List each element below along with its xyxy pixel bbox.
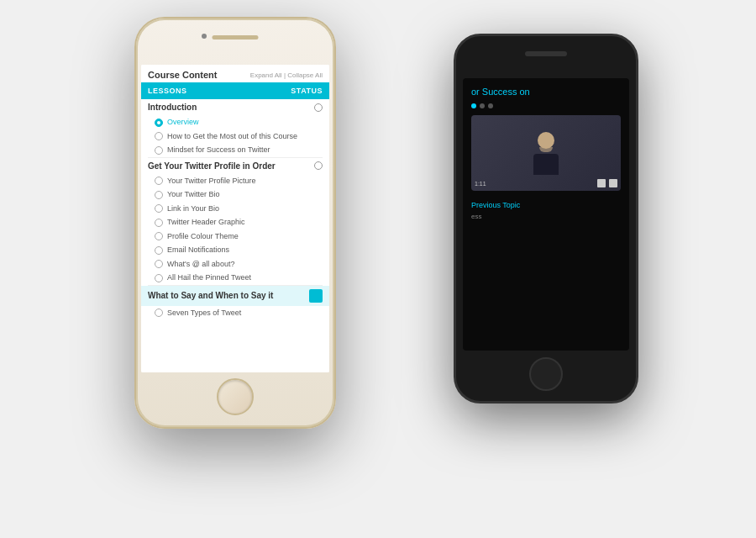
dot-3 [488, 103, 493, 108]
lesson-pinned-text: All Hail the Pinned Tweet [167, 273, 251, 282]
expand-collapse[interactable]: Expand All | Collapse All [250, 71, 323, 79]
lesson-bio[interactable]: Your Twitter Bio [141, 187, 329, 202]
lesson-email-text: Email Notifications [167, 245, 229, 254]
dots-container [471, 103, 621, 108]
lesson-at-sign-text: What's @ all about? [167, 260, 234, 268]
lesson-link-bio-text: Link in Your Bio [167, 204, 219, 213]
lesson-colour[interactable]: Profile Colour Theme [141, 229, 329, 244]
section-what-to-say: What to Say and When to Say it [141, 286, 329, 306]
lesson-how-to-text: How to Get the Most out of this Course [167, 132, 297, 140]
lesson-overview[interactable]: Overview [141, 115, 329, 129]
lesson-mindset[interactable]: Mindset for Success on Twitter [141, 143, 329, 157]
status-circle-profile [314, 161, 323, 170]
circle-empty-icon-1 [155, 132, 163, 140]
lessons-header: LESSONS STATUS [141, 82, 329, 99]
video-time: 1:11 [475, 181, 486, 187]
lesson-seven-types[interactable]: Seven Types of Tweet [141, 306, 329, 320]
status-circle-intro [314, 103, 323, 112]
circle-empty-icon-8 [155, 246, 163, 255]
video-icon-1 [597, 179, 606, 187]
back-screen-content: or Success on 1:11 [463, 78, 629, 351]
lesson-email[interactable]: Email Notifications [141, 243, 329, 257]
circle-empty-icon-6 [155, 219, 163, 227]
lesson-header-text: Twitter Header Graphic [167, 218, 245, 226]
circle-empty-icon-5 [155, 204, 163, 213]
lesson-overview-text: Overview [167, 118, 199, 126]
video-thumbnail[interactable]: 1:11 [471, 115, 621, 191]
dot-1 [471, 103, 476, 108]
course-content: Course Content Expand All | Collapse All… [141, 65, 329, 372]
lesson-at-sign[interactable]: What's @ all about? [141, 257, 329, 272]
back-phone-screen: or Success on 1:11 [463, 78, 629, 351]
lesson-mindset-text: Mindset for Success on Twitter [167, 145, 270, 154]
status-label: STATUS [291, 87, 323, 95]
phone-front: Course Content Expand All | Collapse All… [134, 17, 336, 429]
phone-back: or Success on 1:11 [454, 34, 638, 404]
section-title-what: What to Say and When to Say it [148, 291, 273, 300]
circle-empty-icon-11 [155, 309, 163, 317]
lessons-label: LESSONS [148, 87, 187, 95]
speaker-back [525, 51, 567, 56]
expand-label[interactable]: Expand All [250, 71, 282, 79]
circle-empty-icon-3 [155, 177, 163, 185]
front-phone-screen: Course Content Expand All | Collapse All… [141, 65, 329, 372]
video-controls: 1:11 [475, 179, 617, 187]
section-title-profile: Get Your Twitter Profile in Order [148, 161, 276, 171]
dot-2 [480, 103, 485, 108]
lesson-profile-pic-text: Your Twitter Profile Picture [167, 177, 256, 185]
circle-empty-icon-9 [155, 260, 163, 268]
person-silhouette [529, 132, 563, 174]
circle-empty-icon-4 [155, 191, 163, 199]
person-head [538, 132, 554, 149]
back-screen-link[interactable]: Previous Topic [471, 201, 621, 209]
section-title-intro: Introduction [148, 103, 197, 112]
video-icon-2 [609, 179, 617, 187]
collapse-label[interactable]: Collapse All [287, 71, 323, 79]
person-body [533, 154, 559, 175]
lesson-link-bio[interactable]: Link in Your Bio [141, 202, 329, 216]
lesson-colour-text: Profile Colour Theme [167, 232, 239, 240]
separator: | [284, 71, 286, 79]
home-button-front[interactable] [217, 378, 254, 415]
blue-square-icon [309, 289, 323, 303]
lesson-seven-types-text: Seven Types of Tweet [167, 309, 241, 317]
lesson-pinned[interactable]: All Hail the Pinned Tweet [141, 271, 329, 285]
back-screen-header: or Success on [471, 87, 621, 97]
lesson-how-to[interactable]: How to Get the Most out of this Course [141, 129, 329, 144]
circle-empty-icon-2 [155, 146, 163, 155]
lesson-bio-text: Your Twitter Bio [167, 190, 220, 198]
circle-empty-icon-10 [155, 274, 163, 282]
section-twitter-profile: Get Your Twitter Profile in Order [141, 158, 329, 174]
course-title: Course Content [148, 70, 218, 80]
speaker-front [213, 35, 259, 40]
home-button-back[interactable] [529, 357, 563, 391]
circle-active-icon [155, 119, 163, 127]
back-screen-text: ess [471, 213, 621, 220]
lesson-profile-pic[interactable]: Your Twitter Profile Picture [141, 174, 329, 188]
camera-front [202, 34, 207, 39]
video-icons [597, 179, 617, 187]
circle-empty-icon-7 [155, 232, 163, 240]
section-introduction: Introduction [141, 99, 329, 115]
lesson-header[interactable]: Twitter Header Graphic [141, 215, 329, 229]
course-header: Course Content Expand All | Collapse All [141, 65, 329, 82]
scene: or Success on 1:11 [84, 17, 672, 521]
